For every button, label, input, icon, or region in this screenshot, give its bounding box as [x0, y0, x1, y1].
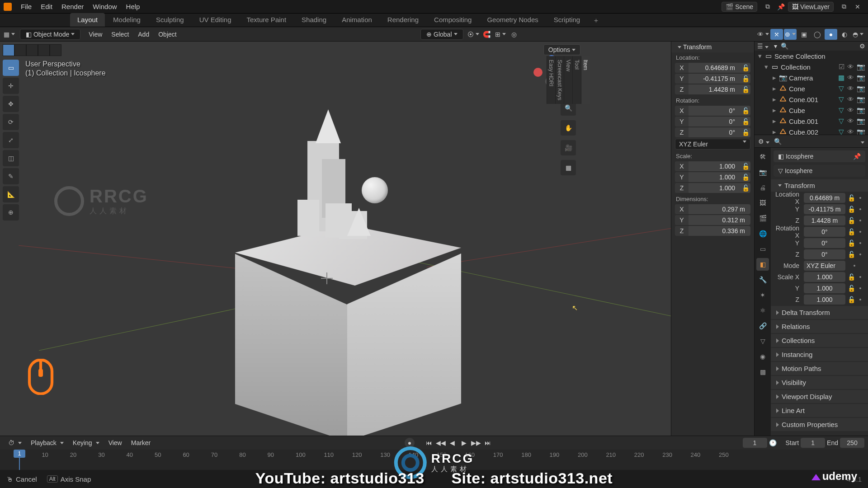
tab-scripting[interactable]: Scripting: [547, 13, 587, 27]
anim-dot-icon[interactable]: •: [859, 206, 862, 213]
tool-select-box[interactable]: ▭: [3, 60, 19, 76]
timeline-editor-type-icon[interactable]: ⏱: [4, 437, 26, 448]
pan-icon[interactable]: ✋: [561, 120, 576, 136]
tab-render-icon[interactable]: 📷: [756, 166, 769, 178]
tool-cursor[interactable]: ✛: [3, 78, 19, 94]
start-frame-field[interactable]: 1: [801, 438, 825, 448]
anim-dot-icon[interactable]: •: [859, 285, 862, 292]
tab-uvediting[interactable]: UV Editing: [192, 13, 239, 27]
autokey-toggle-icon[interactable]: ●: [405, 438, 415, 448]
tool-measure[interactable]: 📐: [3, 186, 19, 202]
eye-icon[interactable]: 👁: [847, 95, 854, 103]
tab-world-icon[interactable]: 🌐: [756, 227, 769, 240]
play-reverse-icon[interactable]: ◀: [447, 438, 458, 448]
snap-options-icon[interactable]: ⊞: [494, 29, 507, 40]
options-icon[interactable]: [859, 138, 864, 145]
tab-particles-icon[interactable]: ✶: [756, 289, 769, 301]
tab-geometrynodes[interactable]: Geometry Nodes: [480, 13, 545, 27]
tool-scale[interactable]: ⤢: [3, 132, 19, 148]
snap-toggle-icon[interactable]: 🧲: [481, 29, 493, 40]
npanel-transform-header[interactable]: Transform: [671, 42, 754, 52]
tab-rendering[interactable]: Rendering: [380, 13, 426, 27]
editor-type-icon[interactable]: ▦: [3, 29, 15, 40]
lock-icon[interactable]: 🔓: [741, 174, 750, 181]
prop-panel-line art[interactable]: Line Art: [771, 404, 868, 417]
end-frame-field[interactable]: 250: [840, 438, 864, 448]
viewport-options-popover[interactable]: Options: [543, 44, 580, 55]
prop-panel-custom properties[interactable]: Custom Properties: [771, 418, 868, 431]
prop-loc-y-field[interactable]: -0.41175 m: [804, 204, 845, 214]
prop-loc-z-field[interactable]: 1.4428 m: [804, 216, 845, 225]
anim-dot-icon[interactable]: •: [859, 194, 862, 202]
tab-layout[interactable]: Layout: [70, 13, 105, 27]
rot-x-field[interactable]: X0°🔓: [675, 106, 750, 116]
filter-icon[interactable]: ⚙: [859, 42, 865, 50]
prop-rotmode-select[interactable]: XYZ Euler: [804, 261, 845, 271]
outliner-item-cone-001[interactable]: ▸ Cone.001 ▽ 👁📷: [755, 94, 868, 105]
tab-collection-props-icon[interactable]: ▭: [756, 243, 769, 255]
menu-help[interactable]: Help: [122, 1, 145, 12]
prop-scl-y-field[interactable]: 1.000: [804, 283, 845, 293]
keyframe-next-icon[interactable]: ▶▶: [471, 438, 481, 448]
npanel-tab-item[interactable]: Item: [581, 56, 590, 104]
lock-icon[interactable]: 🔓: [741, 107, 750, 114]
play-icon[interactable]: ▶: [459, 438, 470, 448]
dim-x-field[interactable]: X0.297 m: [675, 204, 750, 214]
eye-icon[interactable]: 👁: [847, 63, 854, 71]
editor-type-outliner-icon[interactable]: ☰: [757, 42, 769, 50]
tool-move[interactable]: ✥: [3, 96, 19, 112]
prop-rot-z-field[interactable]: 0°: [804, 249, 845, 259]
timeline-ruler[interactable]: 0102030405060708090100110120130140150160…: [0, 450, 868, 470]
lock-icon[interactable]: 🔓: [741, 118, 750, 125]
camera-view-icon[interactable]: 🎥: [561, 140, 576, 155]
lock-icon[interactable]: 🔓: [741, 129, 750, 136]
outliner[interactable]: ▾▭ Scene Collection ▾▭ Collection ☑👁📷 ▸ …: [755, 51, 868, 135]
new-scene-icon[interactable]: ⧉: [762, 1, 774, 13]
prop-rot-y-field[interactable]: 0°: [804, 238, 845, 248]
eye-icon[interactable]: 👁: [847, 74, 854, 82]
3d-viewport[interactable]: User Perspective (1) Collection | Icosph…: [0, 42, 671, 436]
shading-material-icon[interactable]: ◐: [838, 29, 851, 40]
prop-loc-x-field[interactable]: 0.64689 m: [804, 193, 845, 203]
anim-dot-icon[interactable]: •: [854, 262, 856, 269]
lock-icon[interactable]: 🔓: [848, 296, 855, 303]
prop-panel-motion paths[interactable]: Motion Paths: [771, 362, 868, 375]
new-viewlayer-icon[interactable]: ⧉: [838, 1, 850, 13]
eye-icon[interactable]: 👁: [847, 128, 854, 135]
lock-icon[interactable]: 🔓: [741, 163, 750, 170]
render-icon[interactable]: 📷: [857, 106, 865, 114]
render-icon[interactable]: 📷: [857, 63, 865, 71]
properties-content[interactable]: ◧ Icosphere📌 ▽ Icosphere Transform Locat…: [771, 148, 868, 436]
lock-icon[interactable]: 🔓: [848, 217, 855, 224]
outliner-item-cone[interactable]: ▸ Cone ▽ 👁📷: [755, 83, 868, 94]
tab-object-props-icon[interactable]: ◧: [756, 258, 769, 271]
visibility-toggle-icon[interactable]: 👁: [757, 29, 769, 40]
eye-icon[interactable]: 👁: [847, 84, 854, 93]
scale-x-field[interactable]: X1.000🔓: [675, 161, 750, 171]
caret-icon[interactable]: ▸: [773, 117, 779, 125]
keyframe-prev-icon[interactable]: ◀◀: [435, 438, 446, 448]
transform-orientation[interactable]: ⊕ Global: [420, 29, 463, 40]
lock-icon[interactable]: 🔓: [848, 206, 855, 213]
prop-rot-x-field[interactable]: 0°: [804, 227, 845, 237]
jump-start-icon[interactable]: ⏮: [424, 438, 434, 448]
tab-viewlayer-icon[interactable]: 🖼: [756, 197, 769, 209]
render-icon[interactable]: 📷: [857, 117, 865, 125]
eye-icon[interactable]: 👁: [847, 117, 854, 125]
lock-icon[interactable]: 🔓: [848, 251, 855, 258]
outliner-item-cube-001[interactable]: ▸ Cube.001 ▽ 👁📷: [755, 116, 868, 127]
caret-icon[interactable]: ▸: [773, 74, 779, 82]
tab-physics-icon[interactable]: ⚛: [756, 304, 769, 317]
timeline-marker-menu[interactable]: Marker: [127, 437, 156, 448]
pin-scene-icon[interactable]: 📌: [775, 1, 787, 13]
mode-selector[interactable]: ◧ Object Mode: [20, 29, 80, 40]
anim-dot-icon[interactable]: •: [859, 296, 862, 303]
select-mode-extend[interactable]: [50, 44, 61, 56]
shading-wireframe-icon[interactable]: ◯: [811, 29, 824, 40]
tab-add-workspace[interactable]: ＋: [588, 14, 604, 27]
tab-modeling[interactable]: Modeling: [106, 13, 148, 27]
jump-end-icon[interactable]: ⏭: [482, 438, 493, 448]
pin-icon[interactable]: 📌: [853, 153, 861, 160]
rot-z-field[interactable]: Z0°🔓: [675, 127, 750, 137]
checkbox-icon[interactable]: ☑: [839, 63, 844, 71]
